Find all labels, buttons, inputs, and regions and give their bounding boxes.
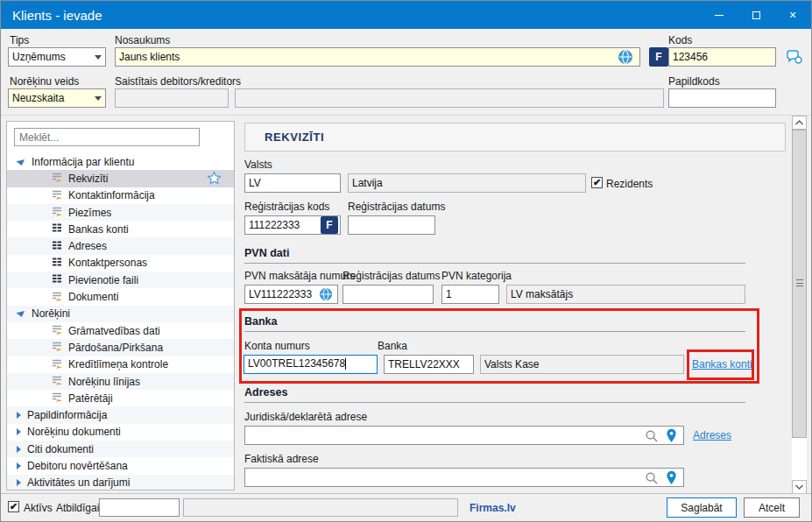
chevron-down-icon [95,96,102,101]
pvn-numurs-label: PVN maksātāja numurs [244,270,355,282]
valsts-label: Valsts [244,159,272,171]
norekinu-veids-value: Neuzskaita [12,92,64,104]
main-panel: REKVIZĪTI Valsts Rezidents Reģistrācijas… [1,116,811,493]
adreses-link[interactable]: Adreses [693,429,731,441]
vertical-scrollbar[interactable] [792,116,807,494]
norekinu-veids-label: Norēķinu veids [10,75,79,88]
aktivs-checkbox[interactable] [8,501,19,512]
content-area: Informācija par klientu Rekvizīti Kontak… [1,115,811,493]
magnifier-icon[interactable] [645,471,659,488]
saistitais-label: Saistītais debitors/kreditors [115,75,241,88]
tips-label: Tips [10,34,29,46]
save-button[interactable]: Saglabāt [667,497,737,518]
nosaukums-label: Nosaukums [115,34,170,46]
footer-bar: Aktīvs Atbildīgais Firmas.lv Saglabāt At… [1,493,811,522]
rezidents-checkbox[interactable] [591,177,603,188]
papildkods-label: Papildkods [668,75,720,88]
minimize-icon [715,15,724,16]
scroll-up-button[interactable] [792,116,807,130]
window-title: Klients - ievade [12,8,102,23]
kods-input[interactable] [668,47,776,67]
tips-value: Uzņēmums [12,51,66,63]
cancel-button[interactable]: Atcelt [744,497,800,518]
header-form: Tips Uzņēmums Nosaukums F Kods Norēķinu … [1,29,811,115]
pvn-datums-label: Reģistrācijas datums [342,270,440,282]
adreses-section-header: Adreses [244,386,745,403]
location-pin-icon[interactable] [666,428,677,446]
pvn-kategorija-name-field [506,285,745,304]
saistitais-input-1 [115,88,229,108]
reg-kods-label: Reģistrācijas kods [244,201,329,213]
aktivs-label: Aktīvs [24,502,53,514]
nosaukums-input[interactable] [115,47,640,67]
norekinu-veids-select[interactable]: Neuzskaita [8,88,106,108]
footer-readonly-field [183,498,458,517]
f-badge-button[interactable]: F [649,47,668,67]
papildkods-input[interactable] [668,88,776,108]
tips-select[interactable]: Uzņēmums [8,47,106,67]
title-bar[interactable]: Klients - ievade × [1,1,811,29]
valsts-code-input[interactable] [244,173,341,193]
juridiska-adrese-input[interactable] [244,426,684,445]
scroll-down-button[interactable] [792,480,807,494]
pvn-datums-input[interactable] [342,285,434,304]
konta-numurs-label: Konta numurs [244,340,310,352]
atbildigais-label: Atbildīgais [56,502,104,514]
atbildigais-input[interactable] [99,498,180,517]
valsts-name-field [348,173,586,193]
comments-icon[interactable] [784,47,805,68]
kods-label: Kods [668,34,692,46]
reg-datums-input[interactable] [348,215,435,235]
location-pin-icon[interactable] [666,470,677,488]
faktiska-adrese-input[interactable] [244,468,684,487]
pvn-kategorija-label: PVN kategorija [441,270,512,282]
scrollbar-grip-icon [796,279,803,286]
close-icon: × [789,9,796,21]
text-caret [345,358,346,370]
chevron-down-icon [95,55,102,60]
banka-section-header: Banka [244,315,745,332]
globe-icon[interactable] [319,287,333,301]
pvn-kategorija-input[interactable] [441,285,499,304]
faktiska-adrese-label: Faktiskā adrese [244,453,319,465]
rezidents-label: Rezidents [606,178,653,190]
konta-numurs-input[interactable]: LV00TREL12345678 [244,355,378,374]
f-badge-button[interactable]: F [321,216,338,234]
saistitais-input-2 [235,88,664,108]
reg-datums-label: Reģistrācijas datums [348,201,445,213]
scrollbar-thumb[interactable] [792,130,807,438]
client-input-window: Klients - ievade × Tips Uzņēmums Nosauku… [0,0,812,522]
firmas-lv-logo: Firmas.lv [470,502,516,514]
banka-nosaukums-field [480,355,684,374]
minimize-button[interactable] [701,1,738,29]
magnifier-icon[interactable] [645,429,659,446]
pvn-section-header: PVN dati [244,247,745,264]
close-button[interactable]: × [774,1,811,29]
globe-icon[interactable] [618,49,633,65]
page-title: REKVIZĪTI [244,123,786,152]
bankas-konti-link[interactable]: Bankas konti [692,358,752,370]
juridiska-adrese-label: Juridiskā/deklarētā adrese [244,411,367,423]
maximize-button[interactable] [738,1,774,29]
maximize-icon [752,11,760,19]
banka-swift-input[interactable] [384,355,474,374]
banka-label: Banka [378,340,407,352]
